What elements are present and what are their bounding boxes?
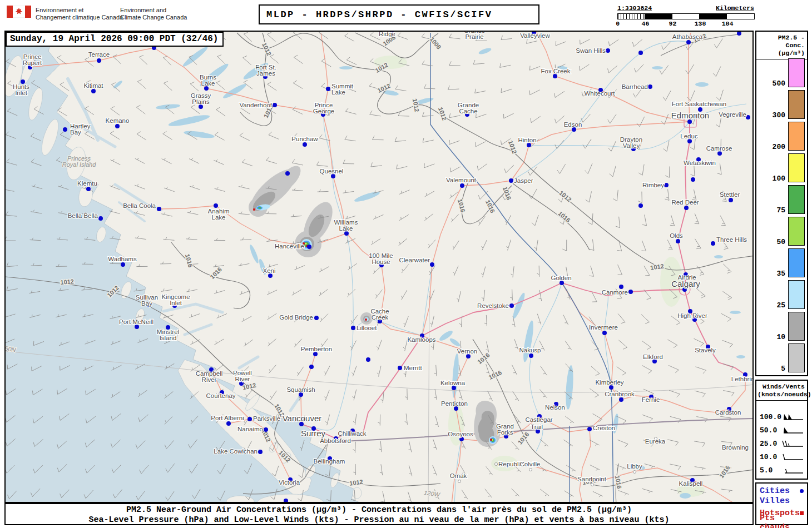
town-marker (591, 484, 594, 486)
city-dot (459, 437, 464, 441)
city-label: Gold Bridge (279, 314, 313, 321)
city-dot (609, 385, 613, 390)
city-dot (587, 427, 592, 431)
city-label: PrinceGeorge (313, 102, 334, 114)
city-label: Three Hills (716, 236, 747, 243)
city-label: Victoria (279, 479, 300, 486)
city-dot (268, 273, 273, 278)
pm25-level-value: 10 (776, 333, 785, 341)
pm25-level-swatch (788, 217, 805, 246)
city-label: Canmore (602, 289, 628, 296)
scale-segment (700, 14, 727, 19)
city-dot (687, 119, 692, 124)
city-dot (98, 216, 103, 221)
lake (730, 311, 741, 314)
pm25-level-swatch (788, 122, 805, 151)
pm25-legend-row: 50 (776, 217, 805, 246)
city-label: Kamloops (407, 336, 435, 343)
city-label: Golden (551, 275, 571, 281)
city-label: Parksville (253, 415, 280, 422)
pm25-level-value: 300 (773, 112, 785, 119)
lake (339, 66, 353, 69)
city-dot (204, 86, 209, 91)
city-label: Colville (519, 461, 540, 467)
city-label: Pemberton (301, 346, 332, 352)
town-marker (458, 480, 461, 483)
city-label: Creston (593, 425, 615, 431)
city-label: Revelstoke (477, 302, 509, 309)
city-dot (638, 51, 643, 55)
lake (714, 255, 723, 258)
wind-legend-row: 100.0 (760, 411, 804, 423)
city-dot (398, 366, 402, 370)
city-label: Nakusp (519, 347, 541, 353)
hotspot-marker (365, 318, 367, 321)
wind-barb-icon (782, 412, 804, 421)
divider (756, 400, 807, 401)
city-dot (454, 406, 458, 411)
winds-legend-rows: 100.050.025.010.05.0 (756, 407, 807, 479)
city-label: Kitimat (83, 82, 103, 89)
hotspot-marker (253, 208, 255, 211)
pm25-level-swatch (788, 185, 805, 214)
city-label: Cardston (715, 409, 741, 416)
city-label: Osoyoos (448, 431, 473, 437)
scale-segment (672, 14, 700, 19)
city-dot (572, 127, 576, 132)
city-label: Fort St.James (255, 64, 276, 77)
city-dot (199, 104, 203, 109)
city-dot (676, 239, 680, 243)
city-label: Valleyview (520, 32, 550, 39)
city-label: Quesnel (320, 168, 344, 175)
city-label: GrandForks (496, 423, 514, 436)
city-label: Red Deer (671, 199, 699, 206)
city-label: Lake Cowichan (214, 448, 258, 455)
city-label: Cranbrook (605, 391, 635, 397)
city-label: Nelson (545, 404, 565, 411)
city-dot (157, 207, 161, 211)
city-label: Browning (722, 444, 749, 451)
scale-segments (617, 13, 755, 19)
wind-barb-icon (782, 439, 804, 448)
hotspots-label-fr: Pts chauds (760, 514, 804, 528)
city-dot (691, 177, 695, 182)
city-label: Chilliwack (338, 430, 366, 437)
geo-label: 50N (6, 345, 16, 353)
wind-legend-row: 10.0 (760, 451, 804, 463)
wind-legend-row: 50.0 (760, 424, 804, 436)
city-label: GrassyPlains (191, 92, 211, 105)
city-dot (430, 262, 434, 267)
city-dot (560, 281, 564, 285)
pm25-legend: PM2.5 - Conc. (µg/m³) 500300200100755035… (755, 31, 808, 376)
city-dot (63, 127, 67, 132)
wind-legend-row: 5.0 (760, 464, 804, 476)
city-label: Rimbey (642, 182, 664, 188)
city-dot (529, 353, 533, 358)
city-dot (97, 58, 101, 63)
city-dot (273, 103, 277, 107)
city-label: Bella Coola (123, 202, 156, 209)
city-dot (686, 40, 691, 44)
markers-legend: Cities Villes Hotspots Pts chauds (755, 482, 808, 525)
city-label: PrinceRupert (23, 53, 42, 66)
city-label: Klemtu (77, 180, 97, 187)
city-label: Trail (531, 424, 543, 430)
city-dot (303, 142, 307, 147)
city-label: PowellRiver (233, 370, 252, 382)
agency-name-fr: Environnement et Changement climatique C… (36, 7, 123, 21)
city-label: Invermere (589, 324, 618, 331)
city-label: Fort Saskatchewan (672, 101, 726, 107)
city-label: Stavely (695, 347, 716, 353)
city-label: Omak (450, 472, 467, 479)
city-label: Vanderhoof (239, 102, 272, 108)
agency-name-en: Environment and Climate Change Canada (120, 7, 187, 21)
wind-speed-value: 50.0 (760, 426, 777, 435)
city-label: Edson (564, 121, 582, 128)
scale-tick: 92 (669, 20, 676, 27)
city-dot (307, 245, 311, 249)
city-label: Eureka (645, 438, 666, 445)
scale-unit-label: Kilometers (716, 4, 754, 12)
pm25-level-swatch (788, 90, 805, 119)
city-label: GrandePrairie (464, 32, 485, 40)
city-label: GrandeCache (458, 102, 479, 114)
